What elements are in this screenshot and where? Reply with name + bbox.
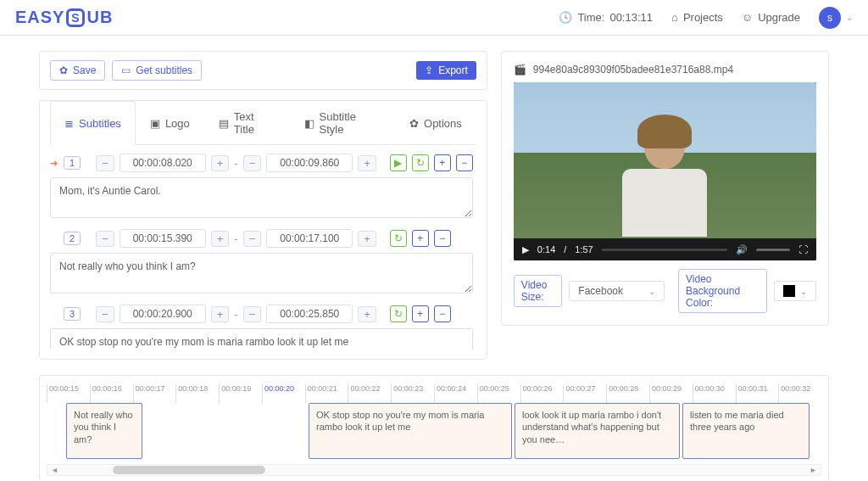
ruler-tick: 00:00:18 (175, 384, 219, 403)
start-time-input[interactable] (120, 229, 206, 248)
editor-tabs: ≣Subtitles ▣Logo ▤Text Title ◧Subtitle S… (50, 101, 476, 145)
list-icon: ≣ (64, 117, 74, 130)
chevron-down-icon: ⌄ (846, 13, 853, 22)
start-increment-button[interactable]: + (211, 231, 230, 247)
chevron-down-icon: ⌄ (648, 287, 655, 296)
caption-icon: ▭ (121, 64, 131, 76)
timeline-clips[interactable]: Not really who you think I am?OK stop st… (47, 403, 821, 459)
replay-button[interactable]: ↻ (412, 154, 429, 171)
scroll-left-icon[interactable]: ◄ (47, 466, 62, 474)
app-header: EASY S UB 🕓 Time: 00:13:11 ⌂ Projects ☺ … (0, 0, 868, 36)
logo[interactable]: EASY S UB (15, 8, 113, 27)
start-time-input[interactable] (120, 154, 206, 172)
ruler-tick: 00:00:28 (606, 384, 649, 403)
subtitle-item: 2 − + - − + ↻ + − Not really who you thi… (50, 229, 473, 296)
end-time-input[interactable] (266, 154, 353, 172)
action-toolbar: ✿ Save ▭ Get subtitles ⇪ Export (39, 51, 487, 90)
remove-subtitle-button[interactable]: − (434, 305, 451, 322)
end-increment-button[interactable]: + (358, 231, 376, 247)
timeline-clip[interactable]: listen to me maria died three years ago (682, 403, 810, 459)
scroll-thumb[interactable] (113, 466, 265, 474)
logo-part3: UB (86, 8, 113, 27)
remove-subtitle-button[interactable]: − (456, 154, 473, 171)
subtitle-number: 1 (64, 156, 81, 170)
time-display: 🕓 Time: 00:13:11 (559, 11, 653, 24)
save-button[interactable]: ✿ Save (50, 60, 105, 81)
end-increment-button[interactable]: + (358, 155, 376, 171)
style-icon: ◧ (304, 117, 314, 130)
timeline-ruler[interactable]: 00:00:1500:00:1600:00:1700:00:1800:00:19… (47, 384, 821, 403)
replay-button[interactable]: ↻ (390, 305, 407, 322)
ruler-tick: 00:00:22 (348, 384, 391, 403)
add-subtitle-button[interactable]: + (412, 230, 429, 247)
start-time-input[interactable] (120, 305, 206, 323)
ruler-tick: 00:00:30 (693, 384, 736, 403)
end-time-input[interactable] (266, 229, 353, 248)
start-decrement-button[interactable]: − (96, 231, 114, 247)
get-subtitles-button[interactable]: ▭ Get subtitles (112, 60, 202, 81)
ruler-tick: 00:00:31 (736, 384, 779, 403)
user-menu[interactable]: s ⌄ (819, 7, 853, 29)
ruler-tick: 00:00:17 (133, 384, 176, 403)
end-decrement-button[interactable]: − (243, 231, 262, 247)
ruler-tick: 00:00:24 (434, 384, 477, 403)
video-current-time: 0:14 (537, 244, 555, 254)
ruler-tick: 00:00:29 (649, 384, 693, 403)
subtitle-text-input[interactable]: Mom, it's Auntie Carol. (50, 177, 473, 218)
tab-options[interactable]: ✿Options (395, 101, 476, 144)
timeline-clip[interactable]: look look it up maria rambo i don't unde… (515, 403, 680, 459)
subtitle-text-input[interactable]: OK stop stop no you're my mom is maria r… (50, 328, 473, 349)
video-player[interactable]: ▶ 0:14 / 1:57 🔊 ⛶ (514, 82, 816, 260)
subtitle-text-input[interactable]: Not really who you think I am? (50, 253, 473, 294)
text-icon: ▤ (219, 117, 229, 130)
upgrade-link[interactable]: ☺ Upgrade (742, 11, 800, 24)
video-bg-color-select[interactable]: ⌄ (774, 281, 816, 301)
video-total-time: 1:57 (575, 244, 593, 254)
progress-bar[interactable] (602, 249, 727, 251)
video-controls: ▶ 0:14 / 1:57 🔊 ⛶ (514, 238, 816, 260)
volume-slider[interactable] (756, 249, 790, 251)
volume-icon[interactable]: 🔊 (736, 244, 748, 255)
tab-subtitles[interactable]: ≣Subtitles (50, 101, 136, 145)
add-subtitle-button[interactable]: + (434, 154, 451, 171)
end-increment-button[interactable]: + (358, 306, 376, 322)
subtitle-list[interactable]: ➔ 1 − + - − + ▶ ↻ + − Mom, it's Auntie C… (50, 154, 476, 349)
export-button[interactable]: ⇪ Export (416, 61, 476, 80)
video-size-label: Video Size: (514, 275, 563, 307)
timeline-clip[interactable]: Not really who you think I am? (66, 403, 142, 459)
tab-text-title[interactable]: ▤Text Title (204, 101, 290, 144)
tab-logo[interactable]: ▣Logo (136, 101, 204, 144)
fullscreen-icon[interactable]: ⛶ (798, 244, 808, 254)
ruler-tick: 00:00:23 (391, 384, 434, 403)
remove-subtitle-button[interactable]: − (434, 230, 451, 247)
video-size-select[interactable]: Facebook ⌄ (569, 281, 665, 301)
play-icon[interactable]: ▶ (522, 244, 529, 255)
end-time-input[interactable] (266, 305, 353, 323)
video-icon: 🎬 (514, 64, 526, 76)
avatar: s (819, 7, 841, 29)
tab-subtitle-style[interactable]: ◧Subtitle Style (290, 101, 395, 144)
subtitle-number: 2 (64, 232, 81, 245)
start-increment-button[interactable]: + (211, 306, 230, 322)
video-frame (514, 82, 816, 238)
play-button[interactable]: ▶ (390, 154, 407, 171)
start-decrement-button[interactable]: − (96, 306, 114, 322)
start-decrement-button[interactable]: − (96, 155, 114, 171)
logo-s-icon: S (66, 8, 85, 27)
export-icon: ⇪ (425, 64, 433, 76)
end-decrement-button[interactable]: − (243, 306, 262, 322)
timeline-scrollbar[interactable]: ◄ ► (47, 464, 821, 476)
ruler-tick: 00:00:16 (90, 384, 133, 403)
timeline-clip[interactable]: OK stop stop no you're my mom is maria r… (309, 403, 512, 459)
add-subtitle-button[interactable]: + (412, 305, 429, 322)
end-decrement-button[interactable]: − (243, 155, 262, 171)
projects-link[interactable]: ⌂ Projects (671, 11, 723, 24)
start-increment-button[interactable]: + (211, 155, 230, 171)
editor-panel: ≣Subtitles ▣Logo ▤Text Title ◧Subtitle S… (39, 100, 487, 360)
ruler-tick: 00:00:27 (563, 384, 606, 403)
scroll-right-icon[interactable]: ► (806, 466, 821, 474)
time-label: Time: (577, 11, 604, 24)
time-value: 00:13:11 (609, 11, 653, 24)
replay-button[interactable]: ↻ (390, 230, 407, 247)
clock-icon: 🕓 (559, 11, 572, 24)
